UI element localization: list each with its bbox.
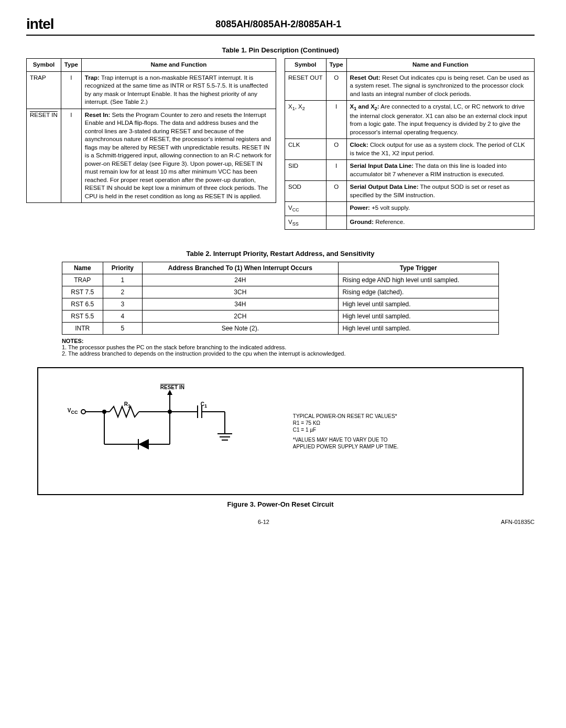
cell-desc: X1 and X2: Are connected to a crystal, L… [346, 101, 534, 139]
table-row: SID I Serial Input Data Line: The data o… [285, 160, 535, 181]
table-row: X1, X2 I X1 and X2: Are connected to a c… [285, 101, 535, 139]
cell-symbol: TRAP [27, 71, 61, 109]
cell-name: RST 6.5 [62, 298, 103, 311]
circuit-svg [47, 381, 277, 481]
svg-marker-5 [167, 390, 172, 395]
figure3-caption: Figure 3. Power-On Reset Circuit [26, 500, 535, 508]
table-row: RST 6.5 3 34H High level until sampled. [62, 298, 498, 311]
cell-priority: 4 [103, 311, 142, 323]
cell-addr: 24H [143, 274, 338, 286]
table2-caption: Table 2. Interrupt Priority, Restart Add… [26, 250, 535, 258]
th-trigger: Type Trigger [338, 262, 499, 274]
table-row: TRAP 1 24H Rising edge AND high level un… [62, 274, 498, 286]
desc-lead: X1 and X2: [350, 103, 379, 110]
interrupt-table: Name Priority Address Branched To (1) Wh… [62, 262, 499, 335]
cell-priority: 3 [103, 298, 142, 311]
cell-trigger: High level until sampled. [338, 311, 499, 323]
reset-in-label: RESET IN [159, 384, 186, 390]
pin-table-right: Symbol Type Name and Function RESET OUT … [285, 58, 535, 230]
notes-title: NOTES: [62, 338, 499, 344]
page-header: intel 8085AH/8085AH-2/8085AH-1 [26, 16, 535, 36]
th-addr: Address Branched To (1) When Interrupt O… [143, 262, 338, 274]
cell-type: I [61, 71, 81, 109]
desc-text: Clock output for use as a system clock. … [350, 142, 525, 156]
desc-lead: Serial Output Data Line: [350, 184, 419, 190]
cell-desc: Serial Output Data Line: The output SOD … [346, 181, 534, 202]
desc-lead: Reset In: [85, 112, 111, 118]
desc-text: Reference. [374, 219, 405, 225]
desc-lead: Trap: [85, 74, 100, 81]
cell-desc: Power: +5 volt supply. [346, 202, 534, 216]
table-row: RST 7.5 2 3CH Rising edge (latched). [62, 286, 498, 298]
cell-addr: 3CH [143, 286, 338, 298]
th-priority: Priority [103, 262, 142, 274]
doc-code: AFN-01835C [501, 519, 535, 525]
cell-name: INTR [62, 323, 103, 335]
cell-trigger: High level until sampled. [338, 323, 499, 335]
cell-type: O [326, 71, 346, 101]
cell-symbol: SOD [285, 181, 326, 202]
desc-text: Sets the Program Counter to zero and res… [85, 112, 271, 199]
doc-title: 8085AH/8085AH-2/8085AH-1 [23, 19, 535, 30]
desc-lead: Clock: [350, 142, 368, 148]
th-symbol: Symbol [27, 59, 61, 72]
th-name: Name [62, 262, 103, 274]
desc-lead: Ground: [350, 219, 374, 225]
cell-desc: Trap: Trap interrupt is a non-maskable R… [81, 71, 276, 109]
side-line: C1 = 1 µF [293, 426, 398, 433]
cell-trigger: Rising edge (latched). [338, 286, 499, 298]
cell-symbol: X1, X2 [285, 101, 326, 139]
note-item: 2. The address branched to depends on th… [62, 350, 499, 357]
desc-lead: Reset Out: [350, 74, 380, 81]
page-footer: 6-12 AFN-01835C [26, 519, 535, 525]
th-type: Type [326, 59, 346, 72]
note-item: 1. The processor pushes the PC on the st… [62, 344, 499, 350]
cell-symbol: VSS [285, 216, 326, 229]
pin-table-left: Symbol Type Name and Function TRAP I Tra… [26, 58, 276, 203]
th-func: Name and Function [346, 59, 534, 72]
table1-caption: Table 1. Pin Description (Continued) [26, 46, 535, 54]
cell-priority: 1 [103, 274, 142, 286]
table1-wrapper: Symbol Type Name and Function TRAP I Tra… [26, 58, 535, 230]
table-row: RESET IN I Reset In: Sets the Program Co… [27, 109, 276, 203]
cell-symbol: SID [285, 160, 326, 181]
table-row: CLK O Clock: Clock output for use as a s… [285, 139, 535, 160]
table-row: SOD O Serial Output Data Line: The outpu… [285, 181, 535, 202]
cell-desc: Ground: Reference. [346, 216, 534, 229]
reset-circuit-diagram: RESET IN R1 C1 VCC [47, 381, 277, 481]
page-number: 6-12 [26, 519, 501, 525]
r1-label: R1 [124, 401, 130, 409]
cell-addr: See Note (2). [143, 323, 338, 335]
cell-trigger: High level until sampled. [338, 298, 499, 311]
cell-type: I [326, 160, 346, 181]
cell-desc: Reset Out: Reset Out indicates cpu is be… [346, 71, 534, 101]
cell-trigger: Rising edge AND high level until sampled… [338, 274, 499, 286]
desc-text: Trap interrupt is a non-maskable RESTART… [85, 74, 268, 105]
svg-marker-16 [138, 439, 149, 449]
th-func: Name and Function [81, 59, 276, 72]
desc-lead: Power: [350, 205, 370, 211]
table-row: VCC Power: +5 volt supply. [285, 202, 535, 216]
cell-symbol: RESET OUT [285, 71, 326, 101]
desc-lead: Serial Input Data Line: [350, 163, 413, 169]
cell-desc: Clock: Clock output for use as a system … [346, 139, 534, 160]
cell-desc: Reset In: Sets the Program Counter to ze… [81, 109, 276, 203]
side-line: TYPICAL POWER-ON RESET RC VALUES* [293, 413, 398, 420]
side-line: R1 = 75 KΩ [293, 420, 398, 426]
symbol-overline: RESET IN [30, 112, 58, 118]
table-row: TRAP I Trap: Trap interrupt is a non-mas… [27, 71, 276, 109]
notes-block: NOTES: 1. The processor pushes the PC on… [62, 338, 499, 357]
table-row: VSS Ground: Reference. [285, 216, 535, 229]
cell-type [326, 216, 346, 229]
cell-priority: 5 [103, 323, 142, 335]
cell-symbol: CLK [285, 139, 326, 160]
cell-desc: Serial Input Data Line: The data on this… [346, 160, 534, 181]
figure3-box: RESET IN R1 C1 VCC [37, 367, 524, 495]
cell-type: I [61, 109, 81, 203]
svg-point-19 [103, 410, 106, 413]
cell-name: RST 7.5 [62, 286, 103, 298]
cell-symbol: VCC [285, 202, 326, 216]
cell-name: RST 5.5 [62, 311, 103, 323]
side-line: *VALUES MAY HAVE TO VARY DUE TO [293, 436, 398, 443]
th-type: Type [61, 59, 81, 72]
